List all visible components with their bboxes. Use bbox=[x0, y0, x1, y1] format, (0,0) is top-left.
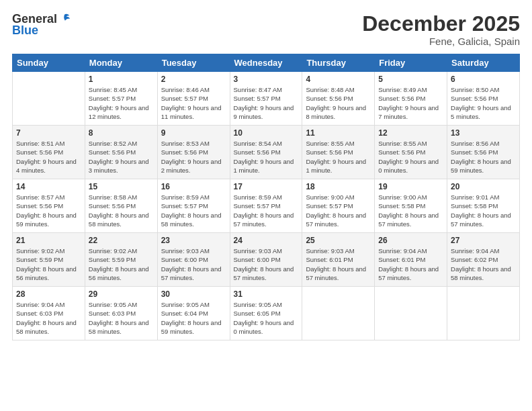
day-info: Sunrise: 9:01 AMSunset: 5:58 PMDaylight:… bbox=[451, 193, 516, 228]
calendar-cell: 8Sunrise: 8:52 AMSunset: 5:56 PMDaylight… bbox=[85, 126, 157, 179]
day-number: 7 bbox=[16, 128, 81, 138]
day-info: Sunrise: 9:03 AMSunset: 6:00 PMDaylight:… bbox=[234, 246, 299, 282]
page-container: General Blue December 2025 Fene, Galicia… bbox=[0, 0, 532, 411]
day-info: Sunrise: 8:55 AMSunset: 5:56 PMDaylight:… bbox=[306, 139, 371, 175]
calendar-cell: 1Sunrise: 8:45 AMSunset: 5:57 PMDaylight… bbox=[85, 72, 157, 126]
calendar-cell: 26Sunrise: 9:04 AMSunset: 6:01 PMDayligh… bbox=[375, 233, 447, 287]
day-number: 18 bbox=[306, 182, 371, 191]
calendar-cell: 31Sunrise: 9:05 AMSunset: 6:05 PMDayligh… bbox=[230, 287, 302, 340]
header-tuesday: Tuesday bbox=[157, 54, 230, 72]
day-info: Sunrise: 8:50 AMSunset: 5:56 PMDaylight:… bbox=[451, 85, 516, 121]
day-info: Sunrise: 8:55 AMSunset: 5:56 PMDaylight:… bbox=[378, 139, 443, 175]
header-thursday: Thursday bbox=[302, 54, 375, 72]
day-number: 10 bbox=[234, 128, 299, 138]
location-subtitle: Fene, Galicia, Spain bbox=[362, 36, 520, 47]
week-row-1: 1Sunrise: 8:45 AMSunset: 5:57 PMDaylight… bbox=[13, 72, 520, 126]
day-number: 17 bbox=[234, 182, 299, 191]
calendar-cell bbox=[447, 287, 520, 340]
day-number: 16 bbox=[161, 182, 226, 191]
day-number: 2 bbox=[161, 75, 226, 84]
calendar-cell bbox=[375, 287, 447, 340]
day-info: Sunrise: 8:49 AMSunset: 5:56 PMDaylight:… bbox=[378, 85, 443, 121]
calendar-cell: 24Sunrise: 9:03 AMSunset: 6:00 PMDayligh… bbox=[230, 233, 302, 287]
week-row-3: 14Sunrise: 8:57 AMSunset: 5:56 PMDayligh… bbox=[13, 179, 520, 233]
header-sunday: Sunday bbox=[13, 54, 85, 72]
day-info: Sunrise: 8:54 AMSunset: 5:56 PMDaylight:… bbox=[234, 139, 299, 175]
day-info: Sunrise: 9:05 AMSunset: 6:03 PMDaylight:… bbox=[89, 300, 154, 336]
day-info: Sunrise: 8:46 AMSunset: 5:57 PMDaylight:… bbox=[161, 85, 226, 121]
calendar-cell: 19Sunrise: 9:00 AMSunset: 5:58 PMDayligh… bbox=[375, 179, 447, 233]
calendar-cell: 28Sunrise: 9:04 AMSunset: 6:03 PMDayligh… bbox=[13, 287, 85, 340]
day-info: Sunrise: 9:04 AMSunset: 6:01 PMDaylight:… bbox=[378, 246, 443, 282]
day-info: Sunrise: 8:47 AMSunset: 5:57 PMDaylight:… bbox=[234, 85, 299, 121]
header-saturday: Saturday bbox=[447, 54, 520, 72]
day-info: Sunrise: 8:48 AMSunset: 5:56 PMDaylight:… bbox=[306, 85, 371, 121]
calendar-cell: 15Sunrise: 8:58 AMSunset: 5:56 PMDayligh… bbox=[85, 179, 157, 233]
day-info: Sunrise: 8:59 AMSunset: 5:57 PMDaylight:… bbox=[161, 193, 226, 228]
calendar-cell: 11Sunrise: 8:55 AMSunset: 5:56 PMDayligh… bbox=[302, 126, 375, 179]
day-number: 11 bbox=[306, 128, 371, 138]
month-title: December 2025 bbox=[362, 12, 520, 36]
day-number: 20 bbox=[451, 182, 516, 191]
week-row-2: 7Sunrise: 8:51 AMSunset: 5:56 PMDaylight… bbox=[13, 126, 520, 179]
week-row-4: 21Sunrise: 9:02 AMSunset: 5:59 PMDayligh… bbox=[13, 233, 520, 287]
calendar-cell: 27Sunrise: 9:04 AMSunset: 6:02 PMDayligh… bbox=[447, 233, 520, 287]
day-info: Sunrise: 8:52 AMSunset: 5:56 PMDaylight:… bbox=[89, 139, 154, 175]
calendar-cell: 30Sunrise: 9:05 AMSunset: 6:04 PMDayligh… bbox=[157, 287, 230, 340]
day-number: 13 bbox=[451, 128, 516, 138]
day-number: 14 bbox=[16, 182, 81, 191]
day-number: 30 bbox=[161, 289, 226, 299]
day-info: Sunrise: 9:02 AMSunset: 5:59 PMDaylight:… bbox=[16, 246, 81, 282]
day-info: Sunrise: 9:02 AMSunset: 5:59 PMDaylight:… bbox=[89, 246, 154, 282]
logo-blue-text: Blue bbox=[12, 24, 38, 38]
day-number: 29 bbox=[89, 289, 154, 299]
day-number: 22 bbox=[89, 236, 154, 245]
day-number: 31 bbox=[234, 289, 299, 299]
day-info: Sunrise: 9:03 AMSunset: 6:00 PMDaylight:… bbox=[161, 246, 226, 282]
day-info: Sunrise: 9:00 AMSunset: 5:58 PMDaylight:… bbox=[378, 193, 443, 228]
header-monday: Monday bbox=[85, 54, 157, 72]
day-number: 6 bbox=[451, 75, 516, 84]
logo: General Blue bbox=[12, 12, 71, 38]
calendar-cell: 23Sunrise: 9:03 AMSunset: 6:00 PMDayligh… bbox=[157, 233, 230, 287]
day-info: Sunrise: 8:59 AMSunset: 5:57 PMDaylight:… bbox=[234, 193, 299, 228]
calendar-cell: 4Sunrise: 8:48 AMSunset: 5:56 PMDaylight… bbox=[302, 72, 375, 126]
day-info: Sunrise: 8:51 AMSunset: 5:56 PMDaylight:… bbox=[16, 139, 81, 175]
day-number: 8 bbox=[89, 128, 154, 138]
day-number: 5 bbox=[378, 75, 443, 84]
calendar-cell: 2Sunrise: 8:46 AMSunset: 5:57 PMDaylight… bbox=[157, 72, 230, 126]
calendar-cell: 12Sunrise: 8:55 AMSunset: 5:56 PMDayligh… bbox=[375, 126, 447, 179]
day-number: 28 bbox=[16, 289, 81, 299]
calendar-cell: 6Sunrise: 8:50 AMSunset: 5:56 PMDaylight… bbox=[447, 72, 520, 126]
day-number: 25 bbox=[306, 236, 371, 245]
calendar-cell bbox=[302, 287, 375, 340]
calendar-cell: 17Sunrise: 8:59 AMSunset: 5:57 PMDayligh… bbox=[230, 179, 302, 233]
calendar-cell: 16Sunrise: 8:59 AMSunset: 5:57 PMDayligh… bbox=[157, 179, 230, 233]
day-info: Sunrise: 8:53 AMSunset: 5:56 PMDaylight:… bbox=[161, 139, 226, 175]
day-info: Sunrise: 9:05 AMSunset: 6:05 PMDaylight:… bbox=[234, 300, 299, 336]
day-number: 19 bbox=[378, 182, 443, 191]
calendar-cell: 9Sunrise: 8:53 AMSunset: 5:56 PMDaylight… bbox=[157, 126, 230, 179]
calendar-cell: 7Sunrise: 8:51 AMSunset: 5:56 PMDaylight… bbox=[13, 126, 85, 179]
logo-bird-icon bbox=[58, 13, 71, 25]
header: General Blue December 2025 Fene, Galicia… bbox=[12, 12, 520, 47]
day-info: Sunrise: 9:00 AMSunset: 5:57 PMDaylight:… bbox=[306, 193, 371, 228]
day-info: Sunrise: 8:57 AMSunset: 5:56 PMDaylight:… bbox=[16, 193, 81, 228]
day-number: 24 bbox=[234, 236, 299, 245]
day-number: 27 bbox=[451, 236, 516, 245]
day-number: 4 bbox=[306, 75, 371, 84]
calendar-cell: 18Sunrise: 9:00 AMSunset: 5:57 PMDayligh… bbox=[302, 179, 375, 233]
day-number: 12 bbox=[378, 128, 443, 138]
day-info: Sunrise: 9:04 AMSunset: 6:02 PMDaylight:… bbox=[451, 246, 516, 282]
day-number: 26 bbox=[378, 236, 443, 245]
title-block: December 2025 Fene, Galicia, Spain bbox=[362, 12, 520, 47]
day-number: 21 bbox=[16, 236, 81, 245]
day-info: Sunrise: 8:45 AMSunset: 5:57 PMDaylight:… bbox=[89, 85, 154, 121]
weekday-header-row: Sunday Monday Tuesday Wednesday Thursday… bbox=[13, 54, 520, 72]
day-info: Sunrise: 9:03 AMSunset: 6:01 PMDaylight:… bbox=[306, 246, 371, 282]
calendar-table: Sunday Monday Tuesday Wednesday Thursday… bbox=[12, 54, 520, 340]
calendar-cell: 14Sunrise: 8:57 AMSunset: 5:56 PMDayligh… bbox=[13, 179, 85, 233]
header-wednesday: Wednesday bbox=[230, 54, 302, 72]
day-number: 9 bbox=[161, 128, 226, 138]
calendar-cell: 13Sunrise: 8:56 AMSunset: 5:56 PMDayligh… bbox=[447, 126, 520, 179]
